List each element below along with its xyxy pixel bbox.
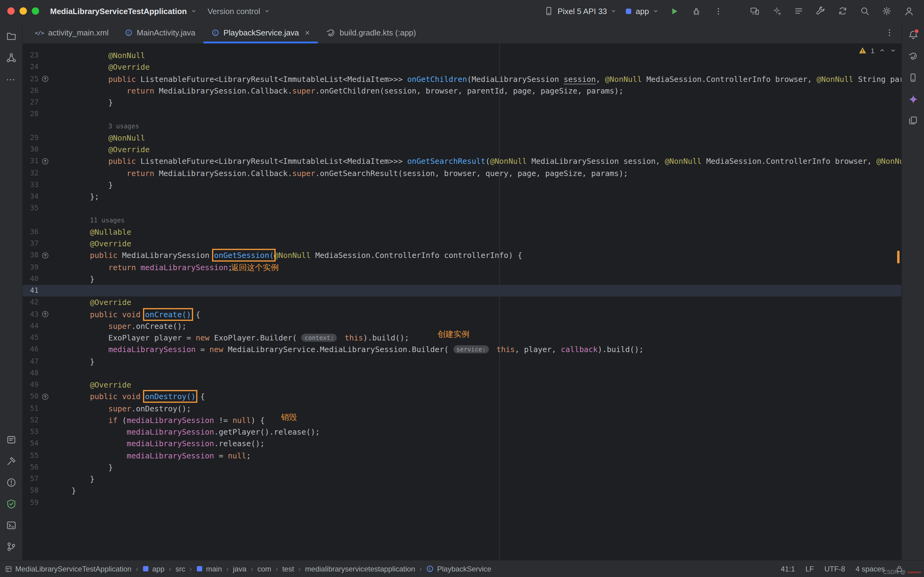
sync-icon[interactable]: [836, 4, 850, 18]
breadcrumb-java[interactable]: java: [233, 564, 246, 573]
line-number[interactable]: 32: [22, 167, 39, 179]
caret-position[interactable]: 41:1: [781, 564, 795, 573]
code-line[interactable]: 59: [22, 496, 902, 509]
line-number[interactable]: 24: [22, 61, 39, 73]
usages-hint[interactable]: 3 usages: [52, 120, 139, 132]
line-number[interactable]: 49: [22, 379, 39, 391]
code-line[interactable]: 34};: [22, 191, 902, 203]
device-manager-icon[interactable]: [906, 71, 920, 84]
line-number[interactable]: 37: [22, 238, 39, 250]
view-list-icon[interactable]: [792, 4, 805, 18]
line-number[interactable]: 31: [22, 156, 39, 168]
code-editor[interactable]: 23@NonNull24@Override25public Listenable…: [22, 44, 902, 561]
line-number[interactable]: 39: [22, 261, 39, 273]
line-number[interactable]: 46: [22, 344, 39, 356]
file-encoding[interactable]: UTF-8: [824, 564, 845, 573]
more-actions-icon[interactable]: [712, 4, 725, 18]
close-tab-icon[interactable]: ×: [305, 29, 309, 37]
line-number[interactable]: 40: [22, 273, 39, 285]
code-line[interactable]: 47}: [22, 355, 902, 367]
scrollbar-warning-marker[interactable]: [897, 251, 900, 263]
device-mirroring-icon[interactable]: [748, 4, 761, 18]
next-problem-button[interactable]: [890, 47, 897, 54]
code-line[interactable]: 24@Override: [22, 61, 902, 73]
tools-icon[interactable]: [814, 4, 827, 18]
close-window-button[interactable]: [7, 7, 14, 15]
line-number[interactable]: 56: [22, 461, 39, 474]
code-line[interactable]: 55mediaLibrarySession = null;: [22, 450, 902, 461]
project-icon[interactable]: [4, 29, 18, 43]
version-control-menu[interactable]: Version control: [208, 6, 270, 16]
code-line[interactable]: 25public ListenableFuture<LibraryResult<…: [22, 73, 902, 85]
tab-mainactivity-java[interactable]: CMainActivity.java: [116, 22, 203, 44]
code-line[interactable]: 42@Override: [22, 297, 902, 309]
line-number[interactable]: 47: [22, 355, 39, 367]
line-number[interactable]: 53: [22, 426, 39, 438]
breadcrumb-com[interactable]: com: [257, 564, 271, 573]
ai-assistant-icon[interactable]: [770, 4, 784, 18]
line-number[interactable]: [22, 214, 39, 226]
indent-style[interactable]: 4 spaces: [856, 564, 885, 573]
line-number[interactable]: 36: [22, 226, 39, 238]
line-number[interactable]: 34: [22, 191, 39, 203]
project-selector[interactable]: MediaLibraryServiceTestApplication: [50, 6, 196, 16]
more-tool-windows-icon[interactable]: ⋯: [4, 72, 18, 85]
line-number[interactable]: 51: [22, 403, 39, 414]
profile-avatar[interactable]: [902, 4, 916, 18]
code-line[interactable]: 57}: [22, 473, 902, 485]
structure-icon[interactable]: [4, 51, 18, 64]
settings-button[interactable]: [880, 4, 893, 18]
line-number[interactable]: 45: [22, 332, 39, 344]
breadcrumb-app[interactable]: app: [142, 564, 164, 573]
tab-playbackservice-java[interactable]: CPlaybackService.java×: [203, 22, 317, 44]
breadcrumb-test[interactable]: test: [282, 564, 294, 573]
line-number[interactable]: 28: [22, 108, 39, 121]
code-line[interactable]: 28: [22, 108, 902, 121]
code-line[interactable]: 31public ListenableFuture<LibraryResult<…: [22, 156, 902, 168]
code-line[interactable]: 58}: [22, 485, 902, 497]
code-line[interactable]: 49@Override: [22, 379, 902, 391]
line-number[interactable]: 33: [22, 179, 39, 191]
line-number[interactable]: 41: [22, 285, 39, 297]
line-number[interactable]: 23: [22, 50, 39, 61]
line-separator[interactable]: LF: [805, 564, 814, 573]
run-button[interactable]: [667, 4, 681, 18]
code-line[interactable]: 33}: [22, 179, 902, 191]
usages-hint[interactable]: 11 usages: [52, 214, 125, 226]
build-icon[interactable]: [4, 454, 18, 467]
minimize-window-button[interactable]: [19, 7, 27, 15]
search-everywhere-button[interactable]: [858, 4, 871, 18]
code-line[interactable]: 26return MediaLibrarySession.Callback.su…: [22, 85, 902, 97]
code-line[interactable]: 46mediaLibrarySession = new MediaLibrary…: [22, 344, 902, 356]
code-line[interactable]: 37@Override: [22, 238, 902, 250]
tab-activity-main-xml[interactable]: </>activity_main.xml: [27, 22, 116, 44]
code-line[interactable]: 11 usages: [22, 214, 902, 226]
breadcrumb-main[interactable]: main: [196, 564, 222, 573]
code-line[interactable]: 52if (mediaLibrarySession != null) {: [22, 414, 902, 426]
line-number[interactable]: 57: [22, 473, 39, 485]
line-number[interactable]: 42: [22, 297, 39, 309]
line-number[interactable]: [22, 120, 39, 132]
debug-button[interactable]: [689, 4, 703, 18]
code-line[interactable]: 30@Override: [22, 143, 902, 156]
code-line[interactable]: 3 usages: [22, 120, 902, 132]
code-line[interactable]: 27}: [22, 97, 902, 108]
notifications-icon[interactable]: [906, 28, 920, 42]
code-line[interactable]: 38public MediaLibrarySession onGetSessio…: [22, 250, 902, 262]
code-line[interactable]: 29@NonNull: [22, 132, 902, 144]
line-number[interactable]: 58: [22, 485, 39, 497]
line-number[interactable]: 38: [22, 250, 39, 262]
line-number[interactable]: 26: [22, 85, 39, 97]
code-line[interactable]: 48: [22, 367, 902, 379]
problems-icon[interactable]: [4, 475, 18, 489]
line-number[interactable]: 25: [22, 73, 39, 85]
run-configuration-selector[interactable]: app: [625, 6, 659, 16]
terminal-icon[interactable]: [4, 518, 18, 532]
line-number[interactable]: 55: [22, 450, 39, 461]
code-line[interactable]: 53mediaLibrarySession.getPlayer().releas…: [22, 426, 902, 438]
line-number[interactable]: 50: [22, 391, 39, 403]
gradle-icon[interactable]: [906, 50, 920, 63]
code-line[interactable]: 54mediaLibrarySession.release();: [22, 438, 902, 450]
line-number[interactable]: 59: [22, 496, 39, 509]
line-number[interactable]: 52: [22, 414, 39, 426]
